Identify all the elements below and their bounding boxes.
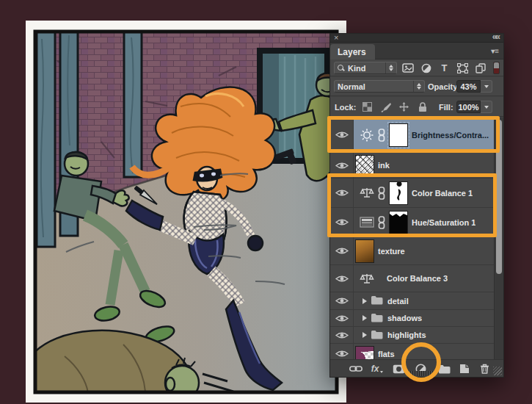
layer-filter-row: Kind T bbox=[330, 59, 503, 76]
layer-row-group-shadows[interactable]: shadows bbox=[330, 310, 494, 327]
layer-name[interactable]: flats bbox=[378, 350, 395, 358]
layer-list: Brightness/Contra... ink bbox=[330, 118, 494, 359]
dropdown-arrows-icon bbox=[413, 81, 421, 92]
brightness-contrast-icon bbox=[360, 128, 374, 143]
lock-transparency-icon[interactable] bbox=[361, 101, 374, 113]
hue-saturation-icon bbox=[360, 217, 374, 228]
lock-position-move-icon[interactable] bbox=[398, 101, 410, 113]
group-folder-icon bbox=[371, 313, 384, 324]
filter-shape-layers-icon[interactable] bbox=[456, 62, 470, 74]
comic-art bbox=[31, 30, 338, 400]
panel-tab-bar: Layers ▾≡ bbox=[330, 43, 503, 59]
opacity-value[interactable]: 43% bbox=[456, 80, 481, 93]
scrollbar-thumb[interactable] bbox=[496, 120, 502, 274]
add-layer-mask-icon[interactable] bbox=[390, 360, 407, 378]
layer-thumbnail[interactable] bbox=[355, 239, 374, 263]
panel-title-strip: × «« bbox=[330, 34, 503, 43]
mask-link-icon[interactable] bbox=[378, 187, 385, 200]
filter-adjustment-layers-icon[interactable] bbox=[419, 62, 433, 74]
visibility-eye-icon[interactable] bbox=[330, 265, 354, 292]
visibility-eye-icon[interactable] bbox=[330, 237, 354, 264]
color-balance-scales-icon bbox=[360, 273, 374, 285]
layer-name[interactable]: Hue/Saturation 1 bbox=[412, 218, 475, 227]
layer-name[interactable]: Color Balance 3 bbox=[387, 274, 448, 283]
layer-name[interactable]: detail bbox=[387, 297, 409, 306]
fill-label: Fill: bbox=[439, 103, 453, 112]
new-layer-icon[interactable] bbox=[456, 360, 473, 378]
comic-artwork-canvas bbox=[26, 21, 346, 403]
layer-name[interactable]: shadows bbox=[387, 314, 422, 322]
disclosure-triangle-icon[interactable] bbox=[362, 332, 367, 338]
disclosure-triangle-icon[interactable] bbox=[362, 298, 367, 304]
layer-row-hue-saturation-1[interactable]: Hue/Saturation 1 bbox=[330, 208, 494, 237]
layer-row-ink[interactable]: ink bbox=[330, 153, 494, 178]
layer-row-color-balance-3[interactable]: Color Balance 3 bbox=[330, 265, 494, 292]
filter-smart-objects-icon[interactable] bbox=[474, 62, 488, 74]
filter-type-icons: T bbox=[401, 62, 488, 74]
delete-layer-trash-icon[interactable] bbox=[476, 360, 492, 378]
blend-mode-value: Normal bbox=[338, 82, 365, 91]
visibility-eye-icon[interactable] bbox=[330, 118, 354, 152]
layer-row-group-highlights[interactable]: highlights bbox=[330, 327, 494, 344]
visibility-eye-icon[interactable] bbox=[330, 344, 354, 359]
blend-mode-row: Normal Opacity: 43% bbox=[330, 77, 503, 96]
layer-row-flats[interactable]: flats bbox=[330, 344, 494, 359]
close-icon[interactable]: × bbox=[334, 33, 338, 42]
filter-type-layers-icon[interactable]: T bbox=[437, 62, 451, 74]
fill-value[interactable]: 100% bbox=[456, 101, 481, 113]
group-folder-icon bbox=[371, 330, 384, 341]
filter-toggle-switch[interactable] bbox=[493, 62, 500, 74]
visibility-eye-icon[interactable] bbox=[330, 292, 354, 309]
lock-all-padlock-icon[interactable] bbox=[416, 101, 429, 113]
new-group-icon[interactable] bbox=[437, 360, 453, 378]
visibility-eye-icon[interactable] bbox=[330, 310, 354, 326]
disclosure-triangle-icon[interactable] bbox=[362, 315, 367, 321]
layer-row-texture[interactable]: texture bbox=[330, 237, 494, 265]
dropdown-arrows-icon bbox=[385, 62, 393, 73]
tab-layers[interactable]: Layers bbox=[330, 44, 375, 59]
layer-name[interactable]: ink bbox=[378, 161, 390, 170]
layer-mask-thumbnail[interactable] bbox=[389, 181, 408, 205]
layer-mask-thumbnail[interactable] bbox=[389, 123, 408, 147]
link-layers-icon[interactable] bbox=[348, 360, 364, 378]
group-folder-icon bbox=[371, 295, 384, 306]
color-balance-scales-icon bbox=[360, 187, 374, 199]
annotation-tick-marks bbox=[408, 371, 435, 376]
comic-illustration bbox=[26, 21, 346, 403]
mask-link-icon[interactable] bbox=[378, 216, 385, 229]
lock-pixels-brush-icon[interactable] bbox=[379, 101, 392, 113]
fill-dropdown-button[interactable] bbox=[481, 101, 492, 113]
opacity-dropdown-button[interactable] bbox=[481, 80, 492, 93]
mask-link-icon[interactable] bbox=[378, 129, 385, 142]
filter-kind-dropdown[interactable]: Kind bbox=[334, 62, 397, 74]
layer-name[interactable]: texture bbox=[378, 247, 405, 256]
visibility-eye-icon[interactable] bbox=[330, 153, 354, 178]
layer-effects-icon[interactable]: fx bbox=[368, 360, 386, 378]
layer-name[interactable]: Brightness/Contra... bbox=[412, 131, 489, 140]
visibility-eye-icon[interactable] bbox=[330, 208, 354, 237]
filter-kind-label: Kind bbox=[348, 64, 365, 73]
layer-name[interactable]: highlights bbox=[387, 331, 426, 339]
opacity-label: Opacity: bbox=[428, 82, 460, 91]
panel-resize-grip[interactable] bbox=[493, 367, 502, 375]
filter-pixel-layers-icon[interactable] bbox=[401, 62, 415, 74]
visibility-eye-icon[interactable] bbox=[330, 178, 354, 207]
layer-thumbnail[interactable] bbox=[355, 346, 374, 359]
layer-row-color-balance-1[interactable]: Color Balance 1 bbox=[330, 178, 494, 208]
layer-list-scrollbar[interactable] bbox=[494, 118, 503, 359]
blend-mode-dropdown[interactable]: Normal bbox=[334, 80, 425, 93]
layer-thumbnail[interactable] bbox=[355, 155, 374, 176]
layers-panel: × «« Layers ▾≡ Kind T bbox=[329, 33, 504, 378]
layer-row-brightness-contrast[interactable]: Brightness/Contra... bbox=[330, 118, 494, 153]
layer-row-group-detail[interactable]: detail bbox=[330, 292, 494, 310]
lock-label: Lock: bbox=[335, 103, 356, 112]
panel-menu-icon[interactable]: ▾≡ bbox=[491, 47, 499, 55]
layer-name[interactable]: Color Balance 1 bbox=[412, 189, 473, 198]
visibility-eye-icon[interactable] bbox=[330, 327, 354, 343]
lock-row: Lock: Fill: 100% bbox=[330, 97, 503, 117]
search-icon bbox=[338, 65, 345, 72]
layer-mask-thumbnail[interactable] bbox=[389, 211, 408, 234]
collapse-to-icons-icon[interactable]: «« bbox=[492, 32, 499, 42]
